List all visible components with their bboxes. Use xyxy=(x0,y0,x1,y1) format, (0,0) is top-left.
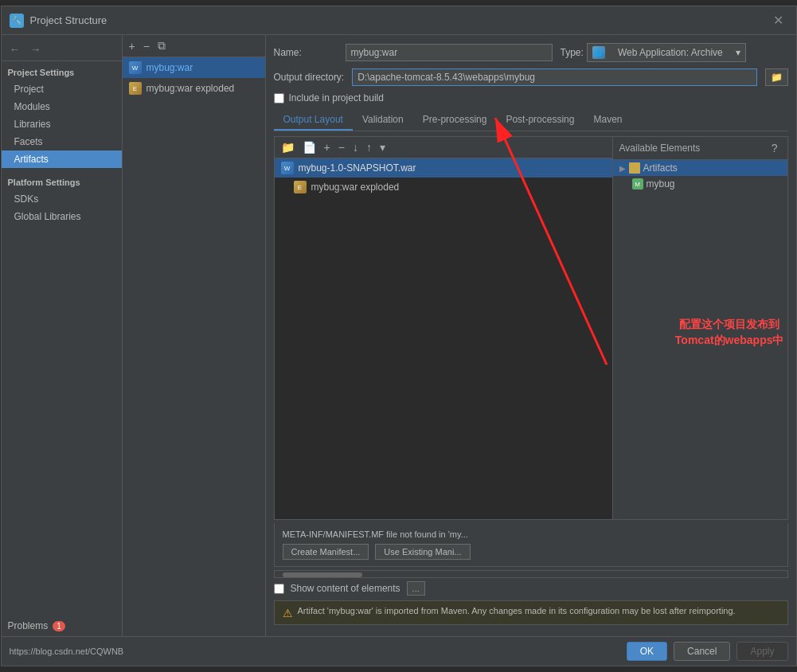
layout-folder-btn[interactable]: 📁 xyxy=(278,139,298,155)
sidebar-item-global-libraries[interactable]: Global Libraries xyxy=(2,208,122,225)
artifacts-tree-arrow: ▶ xyxy=(619,164,626,173)
type-select[interactable]: 🌐 Web Application: Archive ▾ xyxy=(587,43,746,62)
output-layout-area: 📁 📄 + − ↓ ↑ ▾ W mybug-1.0-SNAPSHOT.war xyxy=(275,137,612,519)
sidebar-item-project[interactable]: Project xyxy=(2,80,122,98)
available-artifacts-item[interactable]: ▶ Artifacts xyxy=(613,160,787,176)
available-elements-panel: Available Elements ? ▶ Artifacts M mybug xyxy=(612,137,787,519)
tab-pre-processing[interactable]: Pre-processing xyxy=(413,110,497,131)
artifacts-toolbar: + − ⧉ xyxy=(123,35,265,57)
tabs-bar: Output Layout Validation Pre-processing … xyxy=(274,110,788,131)
apply-button[interactable]: Apply xyxy=(736,642,787,661)
module-icon: M xyxy=(632,178,643,189)
warning-buttons: Create Manifest... Use Existing Mani... xyxy=(283,544,779,560)
layout-toolbar: 📁 📄 + − ↓ ↑ ▾ xyxy=(275,137,612,158)
tab-validation[interactable]: Validation xyxy=(353,110,413,131)
project-structure-dialog: 🔧 Project Structure ✕ ← → Project Settin… xyxy=(1,6,797,666)
artifact-info-warning: ⚠ Artifact 'mybug:war' is imported from … xyxy=(274,600,788,625)
title-bar: 🔧 Project Structure ✕ xyxy=(2,6,796,35)
sidebar-item-modules[interactable]: Modules xyxy=(2,98,122,115)
output-dir-row: Output directory: 📁 xyxy=(274,68,788,86)
war-exploded-icon: E xyxy=(129,82,142,95)
show-content-row: Show content of elements ... xyxy=(274,581,788,596)
sidebar: ← → Project Settings Project Modules Lib… xyxy=(2,35,123,636)
artifacts-list: + − ⧉ W mybug:war E mybug:war exploded xyxy=(123,35,266,636)
available-mybug-item[interactable]: M mybug xyxy=(613,176,787,192)
show-content-dots-button[interactable]: ... xyxy=(407,581,425,596)
add-artifact-button[interactable]: + xyxy=(126,38,139,54)
show-content-label: Show content of elements xyxy=(291,583,400,594)
title-bar-left: 🔧 Project Structure xyxy=(10,14,107,28)
copy-artifact-button[interactable]: ⧉ xyxy=(154,37,169,54)
main-content: ← → Project Settings Project Modules Lib… xyxy=(2,35,796,636)
tab-post-processing[interactable]: Post-processing xyxy=(496,110,584,131)
scrollbar-thumb xyxy=(283,572,362,577)
available-elements-header: Available Elements ? xyxy=(613,137,787,160)
browse-button[interactable]: 📁 xyxy=(765,68,788,86)
layout-move-down-btn[interactable]: ↓ xyxy=(350,139,361,155)
artifact-item-war[interactable]: W mybug:war xyxy=(123,57,265,78)
output-dir-input[interactable] xyxy=(352,68,756,86)
app-icon: 🔧 xyxy=(10,14,24,28)
project-settings-header: Project Settings xyxy=(2,64,122,80)
name-type-row: Name: Type: 🌐 Web Application: Archive ▾ xyxy=(274,43,788,62)
warning-area: META-INF/MANIFEST.MF file not found in '… xyxy=(274,523,788,567)
sidebar-item-artifacts[interactable]: Artifacts xyxy=(2,150,122,168)
show-content-checkbox[interactable] xyxy=(274,584,284,594)
type-select-icon: 🌐 xyxy=(592,46,605,59)
layout-move-up-btn[interactable]: ↑ xyxy=(363,139,375,155)
output-dir-label: Output directory: xyxy=(274,72,345,83)
warning-triangle-icon: ⚠ xyxy=(283,607,293,619)
footer-link: https://blog.csdn.net/CQWNB xyxy=(10,647,124,656)
artifact-item-war-exploded[interactable]: E mybug:war exploded xyxy=(123,78,265,99)
type-container: Type: 🌐 Web Application: Archive ▾ xyxy=(561,43,746,62)
layout-more-btn[interactable]: ▾ xyxy=(377,139,389,155)
problems-badge: 1 xyxy=(53,621,65,631)
nav-forward-button[interactable]: → xyxy=(27,41,45,57)
ok-button[interactable]: OK xyxy=(627,642,667,661)
content-split: 📁 📄 + − ↓ ↑ ▾ W mybug-1.0-SNAPSHOT.war xyxy=(274,136,788,520)
available-help-btn[interactable]: ? xyxy=(768,140,781,156)
artifacts-folder-icon xyxy=(629,162,640,174)
sidebar-nav: ← → xyxy=(2,38,122,61)
sidebar-item-sdks[interactable]: SDKs xyxy=(2,190,122,208)
warning-text: META-INF/MANIFEST.MF file not found in '… xyxy=(283,529,779,539)
create-manifest-button[interactable]: Create Manifest... xyxy=(283,544,369,560)
type-dropdown-arrow: ▾ xyxy=(736,47,740,58)
name-input[interactable] xyxy=(346,44,553,61)
main-area: + − ⧉ W mybug:war E mybug:war exploded N… xyxy=(123,35,796,636)
layout-remove-btn[interactable]: − xyxy=(335,139,348,155)
include-build-label: Include in project build xyxy=(289,92,384,104)
dialog-footer: https://blog.csdn.net/CQWNB OK Cancel Ap… xyxy=(2,636,796,666)
sidebar-item-libraries[interactable]: Libraries xyxy=(2,115,122,133)
cancel-button[interactable]: Cancel xyxy=(674,642,730,661)
right-panel: Name: Type: 🌐 Web Application: Archive ▾… xyxy=(266,35,796,636)
nav-back-button[interactable]: ← xyxy=(6,41,24,57)
use-existing-manifest-button[interactable]: Use Existing Mani... xyxy=(375,544,470,560)
remove-artifact-button[interactable]: − xyxy=(140,38,153,54)
sidebar-item-problems[interactable]: Problems 1 xyxy=(2,615,122,636)
artifact-info-text: Artifact 'mybug:war' is imported from Ma… xyxy=(298,606,736,615)
layout-war-icon: W xyxy=(281,162,294,174)
sidebar-item-facets[interactable]: Facets xyxy=(2,133,122,150)
include-build-checkbox[interactable] xyxy=(274,93,284,104)
tab-maven[interactable]: Maven xyxy=(584,110,631,131)
tab-output-layout[interactable]: Output Layout xyxy=(274,110,353,131)
war-icon: W xyxy=(129,61,142,74)
platform-settings-header: Platform Settings xyxy=(2,174,122,190)
layout-add-btn[interactable]: + xyxy=(321,139,334,155)
dialog-title: Project Structure xyxy=(30,14,107,26)
layout-item-war[interactable]: W mybug-1.0-SNAPSHOT.war xyxy=(275,158,612,178)
scrollbar-area[interactable] xyxy=(274,570,788,578)
include-build-row: Include in project build xyxy=(274,92,788,104)
layout-file-btn[interactable]: 📄 xyxy=(299,139,319,155)
name-label: Name: xyxy=(274,47,338,58)
layout-item-exploded[interactable]: E mybug:war exploded xyxy=(275,178,612,197)
close-button[interactable]: ✕ xyxy=(768,11,788,29)
type-label: Type: xyxy=(561,47,584,58)
layout-exploded-icon: E xyxy=(294,181,307,193)
